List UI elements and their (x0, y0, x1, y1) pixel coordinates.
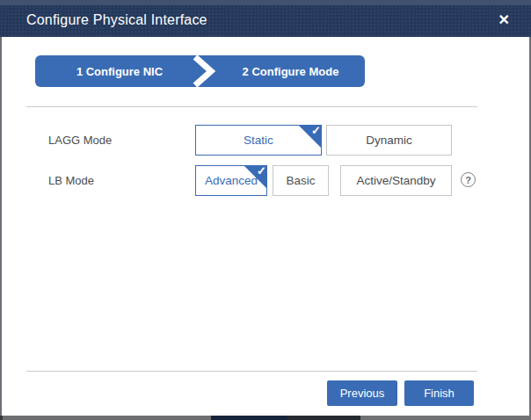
dialog-title: Configure Physical Interface (26, 12, 207, 28)
close-icon[interactable]: ✕ (495, 11, 513, 29)
background-bottom-strip (0, 416, 531, 420)
configure-physical-interface-dialog: Configure Physical Interface ✕ 1 Configu… (0, 0, 531, 420)
wizard-stepper: 1 Configure NIC 2 Configure Mode (35, 55, 365, 87)
help-icon-glyph: ? (465, 175, 471, 185)
selected-corner-badge: ✓ (298, 125, 322, 148)
lagg-mode-option-static[interactable]: Static ✓ (195, 125, 322, 156)
step-configure-nic[interactable]: 1 Configure NIC (35, 55, 204, 87)
lb-mode-label: LB Mode (48, 174, 94, 188)
finish-button[interactable]: Finish (404, 380, 474, 406)
previous-button[interactable]: Previous (327, 380, 397, 406)
check-icon: ✓ (257, 165, 266, 177)
previous-button-label: Previous (340, 387, 385, 400)
lagg-mode-option-static-label: Static (244, 134, 273, 147)
lagg-mode-label: LAGG Mode (48, 134, 112, 148)
lb-mode-option-basic-label: Basic (286, 174, 315, 187)
step-configure-nic-label: 1 Configure NIC (76, 65, 163, 78)
footer-divider (26, 371, 477, 372)
lb-mode-option-advanced[interactable]: Advanced ✓ (195, 165, 267, 196)
lagg-mode-option-dynamic-label: Dynamic (366, 134, 412, 147)
lagg-mode-option-dynamic[interactable]: Dynamic (326, 125, 452, 156)
help-icon[interactable]: ? (461, 172, 476, 187)
content-divider-top (26, 106, 477, 107)
background-left-edge (0, 37, 2, 416)
check-icon: ✓ (311, 125, 321, 137)
lb-mode-option-active-standby-label: Active/Standby (356, 174, 435, 187)
finish-button-label: Finish (424, 387, 455, 400)
lb-mode-option-active-standby[interactable]: Active/Standby (340, 165, 452, 196)
step-configure-mode[interactable]: 2 Configure Mode (204, 55, 365, 87)
lb-mode-option-advanced-label: Advanced (205, 174, 258, 187)
lb-mode-option-basic[interactable]: Basic (273, 165, 329, 196)
step-configure-mode-label: 2 Configure Mode (243, 65, 339, 78)
dialog-header: Configure Physical Interface ✕ (0, 5, 531, 37)
